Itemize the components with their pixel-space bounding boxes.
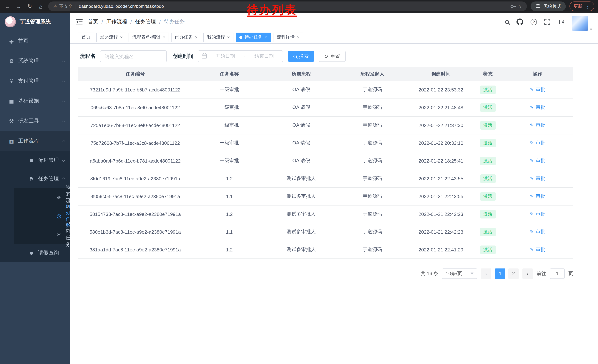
start-date-placeholder[interactable]: 开始日期	[210, 53, 240, 60]
edit-icon: ✎	[530, 176, 533, 181]
close-tab-icon[interactable]: ×	[120, 35, 123, 40]
task-name: 1.2	[193, 241, 266, 259]
breadcrumb-item-2[interactable]: 任务管理	[135, 18, 156, 25]
approve-link[interactable]: ✎ 审批	[530, 122, 545, 128]
task-name: 一级审批	[193, 98, 266, 116]
edit-icon: ✎	[530, 105, 533, 110]
browser-forward-icon[interactable]: →	[15, 3, 22, 9]
task-created: 2022-01-22 23:53:32	[408, 81, 473, 98]
tab-form-edit[interactable]: 流程表单-编辑×	[129, 32, 169, 42]
annotation-overlay: 待办列表	[247, 2, 297, 18]
browser-back-icon[interactable]: ←	[4, 3, 11, 9]
search-button[interactable]: 搜索	[288, 51, 314, 62]
task-id: a6aba0a4-7b6d-11ec-b781-acde48001122	[78, 152, 193, 170]
close-tab-icon[interactable]: ×	[227, 35, 230, 40]
approve-link[interactable]: ✎ 审批	[530, 176, 545, 181]
tab-start-process[interactable]: 发起流程×	[96, 32, 126, 42]
bookmark-star-icon[interactable]: ☆	[518, 4, 522, 9]
breadcrumb-item-0[interactable]: 首页	[88, 18, 98, 25]
page-size-select[interactable]: 10条/页	[442, 268, 477, 279]
sidebar-item-done-tasks[interactable]: ✂已办任务	[35, 225, 70, 244]
github-icon[interactable]	[517, 18, 523, 25]
app-title: 芋道管理系统	[20, 18, 51, 25]
browser-home-icon[interactable]: ⌂	[37, 3, 44, 9]
sidebar-item-payment[interactable]: ¥支付管理	[0, 71, 70, 91]
search-icon[interactable]	[505, 20, 509, 24]
date-range-picker[interactable]: 开始日期 - 结束日期	[198, 50, 283, 62]
process-name-input[interactable]	[100, 50, 167, 62]
next-page-button[interactable]: ›	[523, 268, 533, 279]
sidebar-item-workflow[interactable]: ▦工作流程	[0, 131, 70, 151]
eye-icon: ◎	[56, 213, 62, 219]
status-badge: 激活	[480, 103, 496, 112]
approve-link[interactable]: ✎ 审批	[530, 229, 545, 235]
close-tab-icon[interactable]: ×	[195, 35, 198, 40]
browser-reload-icon[interactable]: ↻	[26, 3, 33, 10]
tab-todo-tasks[interactable]: 待办任务×	[236, 32, 271, 42]
tab-done-tasks[interactable]: 已办任务×	[171, 32, 201, 42]
sidebar-menu: ◉首页⚙系统管理¥支付管理▣基础设施⚒研发工具▦工作流程≡流程管理⚑任务管理☺我…	[0, 31, 70, 262]
approve-link[interactable]: ✎ 审批	[530, 211, 545, 217]
task-table-body: 73211d9d-7b9b-11ec-b5b7-acde48001122一级审批…	[78, 81, 573, 259]
approve-link[interactable]: ✎ 审批	[530, 158, 545, 163]
approve-link[interactable]: ✎ 审批	[530, 105, 545, 110]
close-tab-icon[interactable]: ×	[297, 35, 299, 40]
end-date-placeholder[interactable]: 结束日期	[249, 53, 279, 60]
page-size-value: 10条/页	[446, 270, 462, 277]
reset-icon: ↻	[324, 54, 328, 59]
tab-home[interactable]: 首页	[78, 32, 94, 42]
sidebar-item-task-mgmt[interactable]: ⚑任务管理	[14, 170, 70, 188]
edit-icon: ✎	[530, 247, 533, 252]
sidebar-item-home[interactable]: ◉首页	[0, 31, 70, 51]
table-row: 75d72608-7b7f-11ec-a3c8-acde48001122一级审批…	[78, 134, 573, 152]
goto-page-input[interactable]	[550, 268, 565, 279]
security-label: 不安全	[59, 3, 73, 9]
browser-menu-icon[interactable]: ⋮	[585, 4, 590, 9]
security-status[interactable]: ⚠ 不安全	[53, 3, 73, 9]
sidebar-item-devtools[interactable]: ⚒研发工具	[0, 111, 70, 131]
close-tab-icon[interactable]: ×	[265, 35, 267, 40]
avatar[interactable]	[572, 16, 588, 31]
user-menu[interactable]: ▼	[572, 13, 592, 31]
tab-my-process[interactable]: 我的流程×	[203, 32, 233, 42]
reset-button[interactable]: ↻ 重置	[319, 51, 346, 62]
status-badge: 激活	[480, 121, 496, 129]
approve-link[interactable]: ✎ 审批	[530, 193, 545, 199]
status-badge: 激活	[480, 139, 496, 147]
fullscreen-icon[interactable]	[544, 19, 550, 25]
status-badge: 激活	[480, 227, 496, 236]
select-caret-icon	[471, 273, 473, 274]
task-name: 1.1	[193, 223, 266, 241]
table-row: 381aa1dd-7ac8-11ec-a9e2-a2380e71991a1.2测…	[78, 241, 573, 259]
page-button-1[interactable]: 1	[495, 268, 505, 279]
task-name: 一级审批	[193, 81, 266, 98]
approve-link[interactable]: ✎ 审批	[530, 140, 545, 146]
sidebar-item-system[interactable]: ⚙系统管理	[0, 51, 70, 71]
update-chip[interactable]: 更新 ⋮	[569, 1, 594, 11]
task-created: 2022-01-21 22:42:23	[408, 223, 473, 241]
sidebar-item-infrastructure[interactable]: ▣基础设施	[0, 91, 70, 111]
screen: ← → ↻ ⌂ ⚠ 不安全 dashboard.yudao.iocoder.cn…	[0, 0, 598, 364]
task-status-cell: 激活	[473, 241, 502, 259]
font-size-icon[interactable]: T	[558, 18, 565, 25]
approve-link[interactable]: ✎ 审批	[530, 87, 545, 92]
table-row: 8f059c03-7ac8-11ec-a9e2-a2380e71991a1.1测…	[78, 187, 573, 205]
tab-process-detail[interactable]: 流程详情×	[273, 32, 303, 42]
collapse-sidebar-icon[interactable]	[76, 19, 83, 25]
sidebar-item-leave-query[interactable]: ☻请假查询	[14, 244, 70, 262]
sidebar-item-process-mgmt[interactable]: ≡流程管理	[14, 151, 70, 170]
page-button-2[interactable]: 2	[508, 268, 519, 279]
task-status-cell: 激活	[473, 187, 502, 205]
approve-link[interactable]: ✎ 审批	[530, 247, 545, 252]
breadcrumb-item-1[interactable]: 工作流程	[106, 18, 127, 25]
prev-page-button[interactable]: ‹	[481, 268, 491, 279]
key-icon[interactable]	[511, 5, 513, 8]
task-process: OA 请假	[266, 116, 336, 134]
help-icon[interactable]: ?	[531, 19, 537, 25]
close-tab-icon[interactable]: ×	[163, 35, 165, 40]
filter-bar: 流程名 创建时间 开始日期 - 结束日期 搜索	[78, 50, 590, 62]
submenu-task-mgmt: ☺我的流程◎待办任务✂已办任务	[14, 188, 70, 244]
sidebar-item-todo-tasks[interactable]: ◎待办任务	[35, 207, 70, 225]
sidebar-item-my-process[interactable]: ☺我的流程	[35, 188, 70, 207]
edit-icon: ✎	[530, 229, 533, 235]
